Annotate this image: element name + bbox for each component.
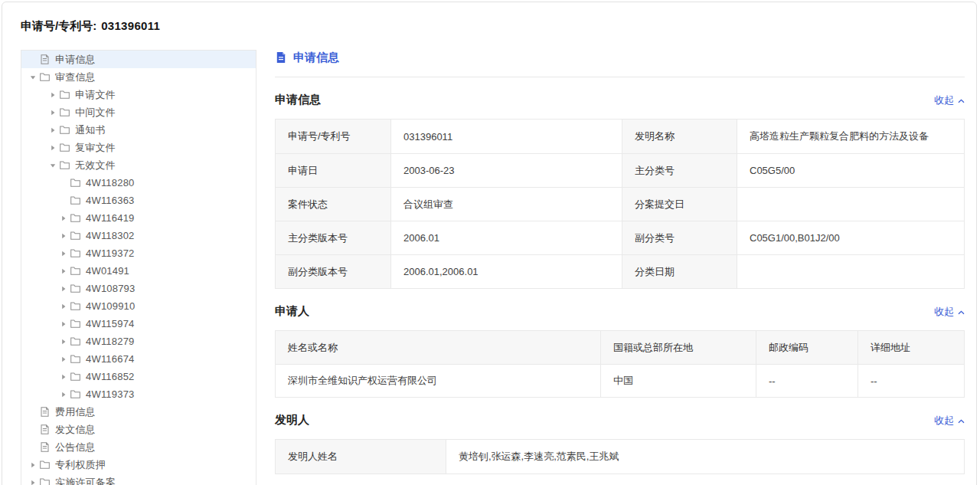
column-header: 姓名或名称 [276,331,600,364]
folder-icon [59,89,70,100]
folder-icon [70,177,81,188]
field-value: 031396011 [390,120,622,153]
column-header: 国籍或总部所在地 [600,331,756,364]
field-value: 黄培钊,张运森,李速亮,范素民,王兆斌 [446,440,964,474]
tree-item-4W119372[interactable]: 4W119372 [21,244,256,262]
caret-placeholder [58,178,69,188]
caret-right-icon[interactable] [58,354,69,365]
folder-icon [59,107,70,118]
collapse-button-application[interactable]: 收起 [934,93,965,107]
field-label: 发明名称 [622,120,737,153]
tree-item-费用信息[interactable]: 费用信息 [21,403,256,421]
caret-right-icon[interactable] [58,213,69,224]
tree-item-4W108793[interactable]: 4W108793 [21,280,256,297]
tree-item-4W118279[interactable]: 4W118279 [21,333,256,350]
section-header-applicant: 申请人 收起 [275,303,965,320]
tree-item-label: 4W116363 [86,195,135,206]
tree-item-label: 4W119373 [86,388,135,400]
caret-right-icon[interactable] [47,90,58,100]
folder-icon [70,371,81,382]
field-value: C05G5/00 [737,153,964,187]
tree-item-label: 申请信息 [55,53,96,67]
tree-item-4W119373[interactable]: 4W119373 [21,385,256,403]
file-icon [39,54,51,65]
caret-right-icon[interactable] [58,319,69,329]
table-cell: 中国 [600,364,756,397]
field-label: 分案提交日 [622,187,737,221]
folder-icon [70,195,81,206]
tree-item-申请信息[interactable]: 申请信息 [21,51,256,68]
tree-item-label: 中间文件 [75,106,116,120]
caret-placeholder [28,442,38,453]
tree-item-label: 4W109910 [86,300,135,312]
tree-item-无效文件[interactable]: 无效文件 [21,156,256,174]
field-value [737,254,964,288]
field-value: 2006.01,2006.01 [390,254,622,288]
tree-item-4W118280[interactable]: 4W118280 [21,174,256,192]
tree-item-4W01491[interactable]: 4W01491 [21,262,256,280]
tree-item-4W116363[interactable]: 4W116363 [21,192,256,209]
field-label: 主分类号 [622,153,737,187]
panel-title: 申请信息 [275,50,965,65]
section-title-application: 申请信息 [275,93,321,107]
caret-right-icon[interactable] [58,372,69,382]
field-label: 主分类版本号 [276,221,390,254]
caret-right-icon[interactable] [58,266,69,277]
field-label: 分类日期 [622,254,737,288]
collapse-label: 收起 [934,414,954,428]
tree-item-通知书[interactable]: 通知书 [21,121,256,139]
field-value: 2006.01 [390,221,622,254]
tree-item-label: 审查信息 [55,70,96,84]
caret-right-icon[interactable] [58,336,69,347]
tree-item-label: 4W118280 [86,177,135,188]
tree-item-复审文件[interactable]: 复审文件 [21,139,256,156]
tree-item-4W118302[interactable]: 4W118302 [21,227,256,244]
caret-right-icon[interactable] [58,389,69,400]
tree-item-4W116852[interactable]: 4W116852 [21,368,256,385]
field-label: 申请号/专利号 [276,120,390,153]
chevron-up-icon [958,306,965,317]
tree-item-发文信息[interactable]: 发文信息 [21,421,256,438]
page-card: 申请号/专利号:031396011 申请信息审查信息申请文件中间文件通知书复审文… [2,2,977,485]
tree-item-4W109910[interactable]: 4W109910 [21,297,256,315]
tree-item-label: 4W116674 [86,353,135,365]
tree-item-label: 4W108793 [86,283,135,294]
tree-item-4W115974[interactable]: 4W115974 [21,315,256,333]
tree-item-申请文件[interactable]: 申请文件 [21,86,256,103]
field-value: 高塔造粒生产颗粒复合肥料的方法及设备 [737,120,964,153]
caret-right-icon[interactable] [47,125,58,136]
tree-item-4W116419[interactable]: 4W116419 [21,209,256,227]
caret-right-icon[interactable] [47,143,58,153]
tree-item-中间文件[interactable]: 中间文件 [21,103,256,121]
collapse-button-inventor[interactable]: 收起 [934,414,965,428]
caret-right-icon[interactable] [58,301,69,312]
tree-item-专利权质押[interactable]: 专利权质押 [21,456,256,474]
folder-icon [70,353,81,365]
tree-item-4W116674[interactable]: 4W116674 [21,350,256,368]
field-label: 申请日 [276,153,390,187]
tree-item-label: 实施许可备案 [55,476,116,485]
tree-item-label: 4W116419 [86,212,135,224]
collapse-button-applicant[interactable]: 收起 [934,305,965,319]
caret-right-icon[interactable] [58,248,69,259]
collapse-label: 收起 [934,305,954,319]
caret-right-icon[interactable] [28,460,38,470]
folder-icon [39,459,51,470]
tree-item-公告信息[interactable]: 公告信息 [21,438,256,456]
caret-right-icon[interactable] [58,283,69,294]
caret-right-icon[interactable] [47,107,58,118]
caret-right-icon[interactable] [28,477,38,485]
field-value [737,187,964,221]
section-title-applicant: 申请人 [275,304,309,319]
tree-item-实施许可备案[interactable]: 实施许可备案 [21,474,256,485]
panel-divider [275,77,965,77]
caret-down-icon[interactable] [47,160,58,171]
folder-icon [59,124,70,136]
caret-right-icon[interactable] [58,231,69,241]
tree-item-label: 4W118279 [86,336,135,347]
section-header-application: 申请信息 收起 [275,92,965,108]
page-title: 申请号/专利号:031396011 [21,19,160,34]
tree-item-审查信息[interactable]: 审查信息 [21,68,256,86]
application-info-table: 申请号/专利号031396011发明名称高塔造粒生产颗粒复合肥料的方法及设备申请… [275,119,965,289]
caret-down-icon[interactable] [28,72,38,83]
